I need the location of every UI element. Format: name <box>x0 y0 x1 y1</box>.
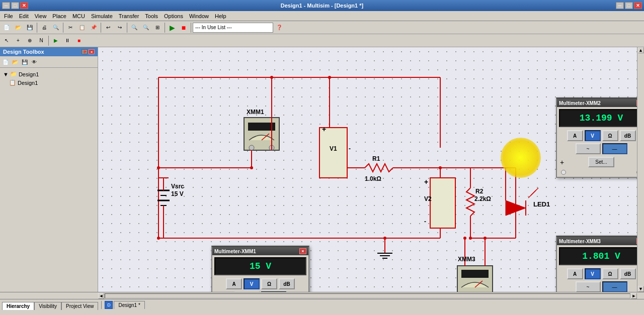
open-btn[interactable]: 📂 <box>13 22 24 33</box>
menu-item-options[interactable]: Options <box>161 12 186 20</box>
simulate-pause-btn[interactable]: ⏸ <box>62 35 73 46</box>
tree-item-design1-root[interactable]: ▼ 📁 Design1 <box>2 70 96 78</box>
mm2-btn-a[interactable]: A <box>567 130 583 141</box>
redo-btn[interactable]: ↪ <box>114 22 125 33</box>
mm3-btn-ohm[interactable]: Ω <box>602 268 618 279</box>
menu-item-view[interactable]: View <box>32 12 50 20</box>
menu-item-file[interactable]: File <box>1 12 16 20</box>
app-maximize-button[interactable]: □ <box>625 2 633 9</box>
mm1-btn-db[interactable]: dB <box>279 278 295 289</box>
zoom-out-btn[interactable]: 🔍 <box>140 22 151 33</box>
mm2-display: 13.199 V <box>559 109 637 127</box>
in-use-dropdown[interactable]: --- In Use List --- <box>193 23 273 33</box>
mm1-btn-dc[interactable]: — <box>261 291 286 292</box>
simulate-stop-btn[interactable]: ■ <box>73 35 85 46</box>
tab-visibility[interactable]: Visibility <box>34 302 61 310</box>
simulate-start-btn[interactable]: ▶ <box>50 35 61 46</box>
mm2-btn-ohm[interactable]: Ω <box>602 130 618 141</box>
tree-expand-icon: ▼ <box>3 71 9 77</box>
mm3-btn-v[interactable]: V <box>585 268 601 279</box>
menu-item-edit[interactable]: Edit <box>16 12 32 20</box>
mm3-btn-dc[interactable]: — <box>602 281 627 292</box>
menu-item-tools[interactable]: Tools <box>142 12 161 20</box>
svg-point-6 <box>328 76 331 79</box>
mm1-btn-a[interactable]: A <box>226 278 242 289</box>
mm3-type-buttons: ~ — <box>557 280 637 292</box>
menu-item-place[interactable]: Place <box>49 12 69 20</box>
print-btn[interactable]: 🖨 <box>39 22 50 33</box>
v2-label: V2 <box>424 195 432 202</box>
right-scrollbar[interactable]: ▲ ▼ <box>637 47 644 292</box>
zoom-fit-btn[interactable]: ⊞ <box>152 22 163 33</box>
design-toolbox-title: Design Toolbox <box>3 49 44 55</box>
save-btn[interactable]: 💾 <box>24 22 35 33</box>
tree-item-design1-child[interactable]: 📋 Design1 <box>2 78 96 87</box>
mm3-mode-buttons: A V Ω dB <box>557 267 637 280</box>
multimeter-xmm2: Multimeter-XMM2 × 13.199 V A V Ω dB ~ — … <box>556 97 637 178</box>
mm3-btn-db[interactable]: dB <box>620 268 636 279</box>
design-tab-icon: D <box>105 301 113 309</box>
menu-item-simulate[interactable]: Simulate <box>88 12 116 20</box>
tree-child-label: Design1 <box>18 80 38 86</box>
mm2-title-label: Multimeter-XMM2 <box>559 100 601 106</box>
copy-btn[interactable]: 📋 <box>76 22 88 33</box>
menu-item-help[interactable]: Help <box>212 12 229 20</box>
svg-rect-40 <box>248 123 275 131</box>
mm2-btn-db[interactable]: dB <box>620 130 636 141</box>
close-button[interactable]: ✕ <box>20 2 28 9</box>
sep7 <box>48 36 49 46</box>
mm3-btn-a[interactable]: A <box>567 268 583 279</box>
app-close-button[interactable]: ✕ <box>634 2 642 9</box>
menu-item-transfer[interactable]: Transfer <box>116 12 142 20</box>
mm3-btn-ac[interactable]: ~ <box>576 281 601 292</box>
scroll-up-btn[interactable]: ▲ <box>638 47 644 53</box>
dt-save-btn[interactable]: 💾 <box>20 57 29 66</box>
toolbox-close-btn[interactable]: × <box>89 49 95 54</box>
led1-label: LED1 <box>533 200 550 208</box>
tab-hierarchy[interactable]: Hierarchy <box>2 302 34 310</box>
horizontal-scrollbar[interactable]: ◄ ► <box>0 292 644 299</box>
undo-btn[interactable]: ↩ <box>103 22 114 33</box>
menu-item-window[interactable]: Window <box>186 12 212 20</box>
schematic-canvas[interactable]: XMM1 XMM3 + V1 - R1 1.0kΩ Vsrc 15 V + V2… <box>98 47 637 292</box>
run-btn[interactable]: ▶ <box>167 22 178 33</box>
mm3-titlebar: Multimeter-XMM3 × <box>557 237 637 245</box>
toolbar-main: 📄 📂 💾 🖨 🔍 ✂ 📋 📌 ↩ ↪ 🔍 🔍 ⊞ ▶ ■ --- In Use… <box>0 21 644 34</box>
scroll-right-btn[interactable]: ► <box>631 293 637 299</box>
scroll-left-btn[interactable]: ◄ <box>98 293 104 299</box>
mm1-close-btn[interactable]: × <box>299 248 306 254</box>
cut-btn[interactable]: ✂ <box>65 22 76 33</box>
minimize-button[interactable]: ─ <box>2 2 10 9</box>
dt-view-btn[interactable]: 👁 <box>30 57 39 66</box>
zoom-in-btn[interactable]: 🔍 <box>129 22 140 33</box>
print-preview-btn[interactable]: 🔍 <box>50 22 61 33</box>
mm3-close-btn[interactable]: × <box>636 238 637 244</box>
mm1-btn-ohm[interactable]: Ω <box>261 278 277 289</box>
dt-open-btn[interactable]: 📂 <box>11 57 20 66</box>
wire-btn[interactable]: + <box>13 35 24 46</box>
toolbox-pin-btn[interactable]: 📌 <box>82 49 88 54</box>
mm2-close-btn[interactable]: × <box>636 100 637 106</box>
mm1-btn-ac[interactable]: ~ <box>234 291 260 292</box>
dt-new-btn[interactable]: 📄 <box>1 57 10 66</box>
tab-project-view[interactable]: Project View <box>61 302 98 310</box>
mm1-display: 15 V <box>214 257 306 275</box>
mm1-btn-v[interactable]: V <box>244 278 260 289</box>
tab-design1[interactable]: Design1 * <box>114 301 144 309</box>
help-btn[interactable]: ❓ <box>274 22 285 33</box>
svg-point-37 <box>157 237 160 240</box>
mm2-btn-v[interactable]: V <box>585 130 601 141</box>
net-btn[interactable]: N <box>36 35 47 46</box>
paste-btn[interactable]: 📌 <box>88 22 99 33</box>
pointer-btn[interactable]: ↖ <box>1 35 12 46</box>
mm2-set-button[interactable]: Set... <box>588 157 614 167</box>
app-minimize-button[interactable]: ─ <box>616 2 624 9</box>
junction-btn[interactable]: ⊕ <box>24 35 35 46</box>
scroll-down-btn[interactable]: ▼ <box>638 286 644 292</box>
menu-item-mcu[interactable]: MCU <box>69 12 88 20</box>
mm2-btn-dc[interactable]: — <box>602 143 627 154</box>
mm2-btn-ac[interactable]: ~ <box>576 143 601 154</box>
maximize-button[interactable]: □ <box>11 2 19 9</box>
new-btn[interactable]: 📄 <box>1 22 12 33</box>
stop-btn[interactable]: ■ <box>178 22 189 33</box>
